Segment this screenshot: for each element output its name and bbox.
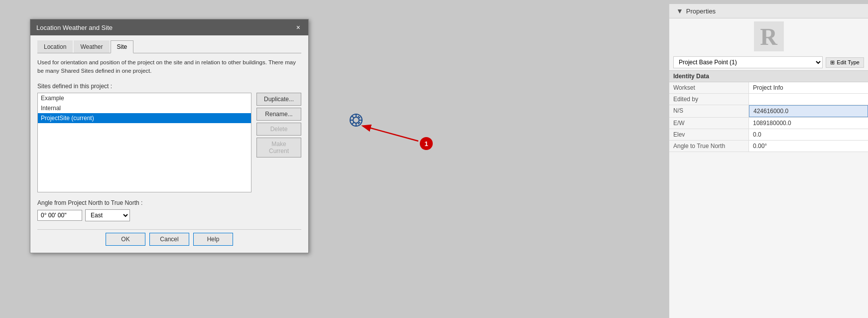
props-value-workset: Project Info bbox=[749, 82, 868, 93]
dialog-close-button[interactable]: × bbox=[294, 23, 302, 31]
tab-site[interactable]: Site bbox=[111, 40, 134, 53]
props-label-editedby: Edited by bbox=[669, 94, 749, 105]
properties-panel-title: Properties bbox=[686, 7, 716, 15]
edit-type-button[interactable]: ⊞ Edit Type bbox=[826, 57, 864, 68]
tab-weather[interactable]: Weather bbox=[74, 40, 109, 53]
props-row-ew: E/W 1089180000.0 bbox=[669, 118, 868, 129]
props-row-ns: N/S 424616000.0 bbox=[669, 105, 868, 118]
properties-dropdown[interactable]: Project Base Point (1) bbox=[673, 56, 823, 68]
properties-panel: ▼ Properties R Project Base Point (1) ⊞ … bbox=[669, 4, 868, 318]
edit-type-label: Edit Type bbox=[837, 59, 860, 65]
svg-line-1 bbox=[364, 126, 418, 141]
sites-container: Example Internal ProjectSite (current) D… bbox=[37, 93, 301, 192]
list-item-projectsite[interactable]: ProjectSite (current) bbox=[38, 113, 251, 123]
dialog-tabs: Location Weather Site bbox=[37, 40, 301, 53]
props-value-editedby bbox=[749, 94, 868, 105]
make-current-button[interactable]: Make Current bbox=[256, 138, 301, 158]
dialog-description: Used for orientation and position of the… bbox=[37, 58, 301, 76]
dialog-title: Location Weather and Site bbox=[36, 24, 113, 31]
rename-button[interactable]: Rename... bbox=[256, 108, 301, 121]
angle-section: Angle from Project North to True North :… bbox=[37, 199, 301, 221]
sites-section-label: Sites defined in this project : bbox=[37, 83, 301, 90]
props-value-ew: 1089180000.0 bbox=[749, 118, 868, 129]
cancel-button[interactable]: Cancel bbox=[149, 233, 189, 246]
edit-type-icon: ⊞ bbox=[830, 59, 835, 66]
props-label-workset: Workset bbox=[669, 82, 749, 93]
props-label-ew: E/W bbox=[669, 118, 749, 129]
canvas-area: 1 2 Location Weather and Site × Location… bbox=[0, 4, 669, 318]
properties-dropdown-row: Project Base Point (1) ⊞ Edit Type bbox=[669, 54, 868, 71]
props-row-angle: Angle to True North 0.00° bbox=[669, 141, 868, 152]
angle-inputs: East West bbox=[37, 209, 301, 221]
delete-button[interactable]: Delete bbox=[256, 123, 301, 136]
list-item-internal[interactable]: Internal bbox=[38, 103, 251, 113]
sites-list[interactable]: Example Internal ProjectSite (current) bbox=[37, 93, 251, 192]
help-button[interactable]: Help bbox=[193, 233, 233, 246]
list-item-example[interactable]: Example bbox=[38, 93, 251, 103]
angle-label: Angle from Project North to True North : bbox=[37, 199, 301, 206]
props-value-ns[interactable]: 424616000.0 bbox=[749, 105, 868, 117]
props-label-ns: N/S bbox=[669, 105, 749, 117]
dialog-window: Location Weather and Site × Location Wea… bbox=[30, 19, 309, 253]
props-label-elev: Elev bbox=[669, 129, 749, 140]
main-layout: 1 2 Location Weather and Site × Location… bbox=[0, 4, 868, 318]
props-row-editedby: Edited by bbox=[669, 94, 868, 105]
angle-input[interactable] bbox=[37, 210, 82, 221]
dialog-body: Location Weather Site Used for orientati… bbox=[30, 35, 308, 253]
properties-header: ▼ Properties bbox=[669, 4, 868, 18]
props-table-container: Identity Data Workset Project Info Edite… bbox=[669, 71, 868, 152]
dialog-titlebar: Location Weather and Site × bbox=[30, 19, 308, 35]
crosshair-symbol bbox=[349, 113, 364, 129]
step-1-circle: 1 bbox=[420, 137, 433, 150]
top-bar bbox=[0, 0, 868, 4]
ok-button[interactable]: OK bbox=[106, 233, 145, 246]
tab-location[interactable]: Location bbox=[37, 40, 73, 53]
props-label-angle: Angle to True North bbox=[669, 141, 749, 152]
props-value-elev: 0.0 bbox=[749, 129, 868, 140]
svg-line-9 bbox=[352, 116, 354, 118]
props-value-angle: 0.00° bbox=[749, 141, 868, 152]
props-row-workset: Workset Project Info bbox=[669, 82, 868, 94]
sites-buttons: Duplicate... Rename... Delete Make Curre… bbox=[256, 93, 301, 192]
properties-icon: R bbox=[754, 21, 784, 51]
duplicate-button[interactable]: Duplicate... bbox=[256, 93, 301, 106]
dialog-footer: OK Cancel Help bbox=[37, 229, 301, 246]
props-row-elev: Elev 0.0 bbox=[669, 129, 868, 141]
direction-select[interactable]: East West bbox=[85, 209, 130, 221]
identity-data-header: Identity Data bbox=[669, 71, 868, 82]
scroll-indicator[interactable]: ▼ bbox=[673, 6, 686, 16]
svg-line-11 bbox=[352, 122, 354, 124]
